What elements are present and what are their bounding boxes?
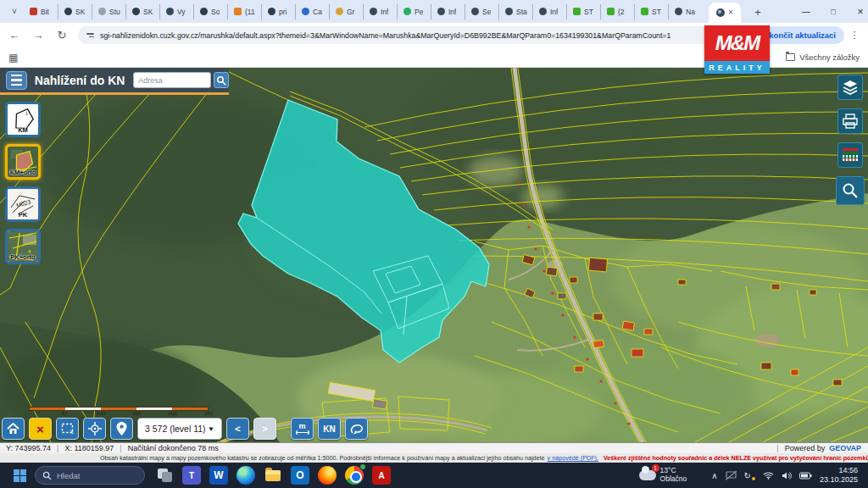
browser-tabs: BitSKStuSKVySo(11priCaGrInfPeInfSeStaInf… — [24, 0, 702, 23]
tray-chevron-icon[interactable]: ∧ — [711, 471, 717, 480]
taskbar-app-acrobat[interactable]: A — [372, 466, 391, 485]
kn-info-button[interactable]: KN — [318, 418, 341, 440]
new-tab-button[interactable]: + — [749, 3, 766, 20]
tab-favicon-icon — [573, 8, 581, 15]
print-tool-button[interactable] — [837, 108, 863, 134]
taskbar-clock[interactable]: 14:56 23.10.2025 — [820, 466, 858, 485]
printer-icon — [842, 113, 859, 130]
taskbar-search[interactable] — [35, 466, 145, 485]
taskbar-search-icon — [42, 471, 52, 480]
browser-tab[interactable]: Sta — [498, 4, 532, 19]
tab-close-icon[interactable]: × — [728, 8, 733, 17]
browser-tab[interactable]: SK — [58, 4, 92, 19]
tab-label: SK — [143, 8, 153, 16]
geovap-link[interactable]: GEOVAP — [829, 444, 868, 452]
map-tools — [836, 75, 865, 205]
layer-button-pk-orto[interactable]: 4 PK+orto — [5, 229, 41, 264]
battery-icon[interactable] — [799, 472, 812, 480]
address-search-input[interactable] — [133, 72, 211, 88]
weather-widget[interactable]: 13°COblačno — [639, 467, 687, 484]
locate-button[interactable] — [83, 418, 106, 440]
taskbar-app-chrome[interactable] — [345, 466, 364, 485]
browser-tab[interactable]: Bit — [24, 4, 58, 19]
volume-icon[interactable] — [782, 471, 792, 480]
taskbar-app-firefox[interactable] — [318, 466, 337, 485]
display-off-icon[interactable] — [726, 471, 737, 480]
browser-tab[interactable]: Vy — [159, 4, 193, 19]
layers-tool-button[interactable] — [837, 75, 863, 100]
tab-favicon-icon — [370, 8, 377, 15]
back-icon[interactable]: ← — [5, 26, 24, 45]
browser-tab[interactable]: Inf — [363, 4, 397, 19]
history-forward-button[interactable]: > — [253, 418, 276, 440]
browser-tab[interactable]: Inf — [532, 4, 566, 19]
rectangle-select-button[interactable] — [56, 418, 79, 440]
tab-label: So — [211, 8, 220, 16]
browser-tab-strip: ˅ BitSKStuSKVySo(11priCaGrInfPeInfSeStaI… — [0, 0, 868, 23]
browser-tab[interactable]: So — [193, 4, 227, 19]
layer-button-km[interactable]: 1 KM — [5, 102, 41, 137]
taskbar-app-explorer[interactable] — [264, 466, 282, 485]
system-tray: 13°COblačno ∧ ↻ 14:56 23.10.2025 — [639, 466, 868, 485]
browser-tab[interactable]: (11 — [227, 4, 261, 19]
clear-selection-button[interactable]: × — [29, 418, 52, 440]
tab-label: Inf — [448, 8, 456, 16]
windows-start-button[interactable] — [14, 469, 26, 482]
browser-tab[interactable]: ST — [566, 4, 600, 19]
layer-button-pk[interactable]: M023 PK — [5, 186, 41, 222]
browser-tab[interactable]: pri — [261, 4, 295, 19]
browser-tab[interactable]: (2 — [600, 4, 634, 19]
taskbar-app-teams[interactable]: T — [182, 466, 201, 485]
map-viewport[interactable]: Nahlížení do KN 1 KM KM+orto M023 PK 4 P — [0, 68, 868, 442]
menu-hamburger-icon[interactable] — [6, 71, 27, 90]
lasso-button[interactable] — [345, 418, 368, 440]
browser-tab[interactable]: Stu — [92, 4, 125, 19]
browser-tab[interactable]: Ca — [295, 4, 329, 19]
browser-tab[interactable]: Se — [465, 4, 498, 19]
address-bar[interactable]: sgi-nahlizenidokn.cuzk.gov.cz/marushka/d… — [78, 26, 722, 44]
layer-button-km-orto[interactable]: KM+orto — [5, 144, 41, 180]
scale-level-select[interactable]: 3 572 (level 11) ▼ — [137, 418, 222, 440]
taskbar-search-input[interactable] — [57, 471, 133, 480]
browser-tab[interactable]: Gr — [329, 4, 363, 19]
map-canvas[interactable] — [0, 68, 868, 442]
home-button[interactable] — [2, 418, 25, 440]
measure-button[interactable]: m — [291, 418, 314, 440]
browser-tab-active[interactable]: × — [709, 3, 741, 23]
window-minimize-button[interactable]: — — [792, 0, 821, 23]
legend-tool-button[interactable] — [837, 142, 863, 168]
window-maximize-button[interactable]: □ — [819, 0, 848, 23]
browser-tab[interactable]: ST — [634, 4, 668, 19]
taskbar-app-edge[interactable] — [236, 466, 255, 485]
browser-tab[interactable]: Pe — [397, 4, 431, 19]
taskbar-apps: TWOA — [155, 466, 391, 485]
browser-menu-icon[interactable]: ⋮ — [848, 26, 861, 44]
browser-tab[interactable]: Na — [668, 4, 702, 19]
wifi-icon[interactable] — [763, 471, 774, 480]
help-pdf-link[interactable]: v nápovědě (PDF). — [548, 454, 598, 462]
reload-icon[interactable]: ↻ — [53, 26, 71, 45]
tab-label: Ca — [313, 8, 322, 16]
site-settings-icon[interactable] — [86, 33, 94, 37]
apps-grid-icon[interactable]: ▦ — [8, 52, 18, 64]
all-bookmarks-button[interactable]: Všechny záložky — [786, 53, 860, 62]
browser-tab[interactable]: Inf — [431, 4, 465, 19]
taskbar-app-task-view[interactable] — [155, 466, 174, 485]
taskbar-app-word[interactable]: W — [209, 466, 228, 485]
powered-by-label: Powered by — [779, 444, 827, 452]
address-search-button[interactable] — [214, 72, 229, 88]
marker-button[interactable] — [110, 418, 133, 440]
legend-icon — [843, 148, 858, 162]
window-close-button[interactable]: × — [846, 0, 868, 23]
forward-icon[interactable]: → — [29, 26, 47, 45]
browser-tab[interactable]: SK — [125, 4, 159, 19]
tab-search-chevron-icon[interactable]: ˅ — [5, 4, 24, 19]
history-back-button[interactable]: < — [226, 418, 249, 440]
taskbar-app-outlook[interactable]: O — [291, 466, 309, 485]
zoom-search-tool-button[interactable] — [836, 176, 865, 205]
tab-label: Se — [482, 8, 491, 16]
windows-taskbar: TWOA 13°COblačno ∧ ↻ 14:56 23.10.2025 — [0, 463, 868, 488]
map-bottom-toolbar: × 3 572 (level 11) ▼ < > m KN — [2, 417, 368, 441]
sync-icon[interactable]: ↻ — [744, 471, 751, 480]
url-text[interactable]: sgi-nahlizenidokn.cuzk.gov.cz/marushka/d… — [100, 31, 670, 40]
